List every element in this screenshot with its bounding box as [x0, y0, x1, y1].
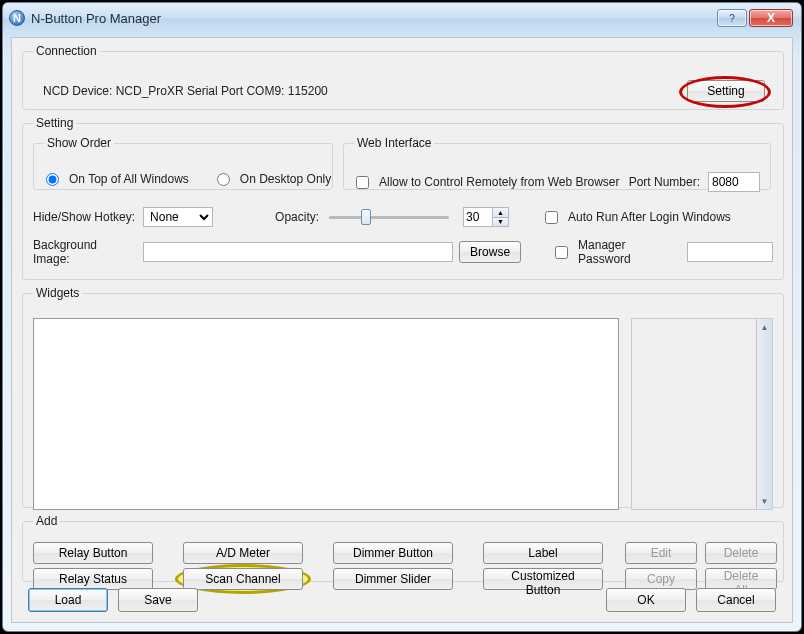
cancel-button[interactable]: Cancel: [696, 588, 776, 612]
checkbox-autorun[interactable]: Auto Run After Login Windows: [545, 210, 731, 224]
system-buttons: ? X: [717, 9, 793, 27]
app-icon: N: [9, 10, 25, 26]
label-bg-image: Background Image:: [33, 238, 135, 266]
ok-button[interactable]: OK: [606, 588, 686, 612]
legend-setting: Setting: [33, 116, 76, 130]
slider-opacity-thumb[interactable]: [361, 209, 371, 225]
copy-button[interactable]: Copy: [625, 568, 697, 590]
help-button[interactable]: ?: [717, 9, 747, 27]
combo-hotkey[interactable]: None: [143, 207, 213, 227]
connection-setting-button[interactable]: Setting: [687, 80, 765, 102]
delete-all-button[interactable]: Delete All: [705, 568, 777, 590]
add-relay-status[interactable]: Relay Status: [33, 568, 153, 590]
group-show-order: Show Order On Top of All Windows On Desk…: [33, 136, 333, 190]
scroll-down-icon[interactable]: ▼: [757, 493, 772, 509]
label-hotkey: Hide/Show Hotkey:: [33, 210, 135, 224]
add-relay-button[interactable]: Relay Button: [33, 542, 153, 564]
widgets-list[interactable]: [33, 318, 619, 510]
delete-button[interactable]: Delete: [705, 542, 777, 564]
legend-connection: Connection: [33, 44, 100, 58]
radio-desktop-only[interactable]: On Desktop Only: [217, 172, 331, 186]
legend-show-order: Show Order: [44, 136, 114, 150]
group-setting: Setting Show Order On Top of All Windows…: [22, 116, 784, 280]
input-manager-password[interactable]: [687, 242, 773, 262]
connection-device-text: NCD Device: NCD_ProXR Serial Port COM9: …: [43, 84, 328, 98]
radio-on-top[interactable]: On Top of All Windows: [46, 172, 189, 186]
legend-widgets: Widgets: [33, 286, 82, 300]
spinner-up[interactable]: ▲: [492, 208, 508, 218]
legend-add: Add: [33, 514, 60, 528]
add-label[interactable]: Label: [483, 542, 603, 564]
load-button[interactable]: Load: [28, 588, 108, 612]
group-web-interface: Web Interface Allow to Control Remotely …: [343, 136, 771, 190]
window-frame: N N-Button Pro Manager ? X Connection NC…: [2, 2, 802, 632]
checkbox-manager-password-input[interactable]: [555, 246, 568, 259]
titlebar[interactable]: N N-Button Pro Manager ? X: [3, 3, 801, 33]
label-port-number: Port Number:: [629, 175, 700, 189]
spinner-opacity[interactable]: ▲ ▼: [463, 207, 509, 227]
checkbox-manager-password[interactable]: Manager Password: [555, 238, 679, 266]
checkbox-allow-remote-input[interactable]: [356, 176, 369, 189]
scroll-up-icon[interactable]: ▲: [757, 319, 772, 335]
slider-opacity[interactable]: [329, 207, 449, 227]
checkbox-allow-remote[interactable]: Allow to Control Remotely from Web Brows…: [356, 175, 620, 189]
add-dimmer-button[interactable]: Dimmer Button: [333, 542, 453, 564]
radio-desktop-only-input[interactable]: [217, 173, 230, 186]
group-connection: Connection NCD Device: NCD_ProXR Serial …: [22, 44, 784, 110]
input-port-number[interactable]: [708, 172, 760, 192]
window-title: N-Button Pro Manager: [31, 11, 717, 26]
add-ad-meter[interactable]: A/D Meter: [183, 542, 303, 564]
add-dimmer-slider[interactable]: Dimmer Slider: [333, 568, 453, 590]
scrollbar-vertical[interactable]: ▲ ▼: [756, 319, 772, 509]
add-scan-channel[interactable]: Scan Channel: [183, 568, 303, 590]
spinner-down[interactable]: ▼: [492, 218, 508, 227]
spinner-opacity-input[interactable]: [464, 208, 492, 226]
client-area: Connection NCD Device: NCD_ProXR Serial …: [11, 37, 793, 623]
add-customized-button[interactable]: Customized Button: [483, 568, 603, 590]
browse-button[interactable]: Browse: [459, 241, 521, 263]
edit-button[interactable]: Edit: [625, 542, 697, 564]
label-opacity: Opacity:: [275, 210, 319, 224]
legend-web-interface: Web Interface: [354, 136, 434, 150]
group-widgets: Widgets ▲ ▼: [22, 286, 784, 508]
radio-on-top-input[interactable]: [46, 173, 59, 186]
input-bg-image[interactable]: [143, 242, 453, 262]
widgets-side-panel[interactable]: ▲ ▼: [631, 318, 773, 510]
save-button[interactable]: Save: [118, 588, 198, 612]
group-add: Add Relay Button A/D Meter Dimmer Button…: [22, 514, 784, 582]
close-button[interactable]: X: [749, 9, 793, 27]
checkbox-autorun-input[interactable]: [545, 211, 558, 224]
